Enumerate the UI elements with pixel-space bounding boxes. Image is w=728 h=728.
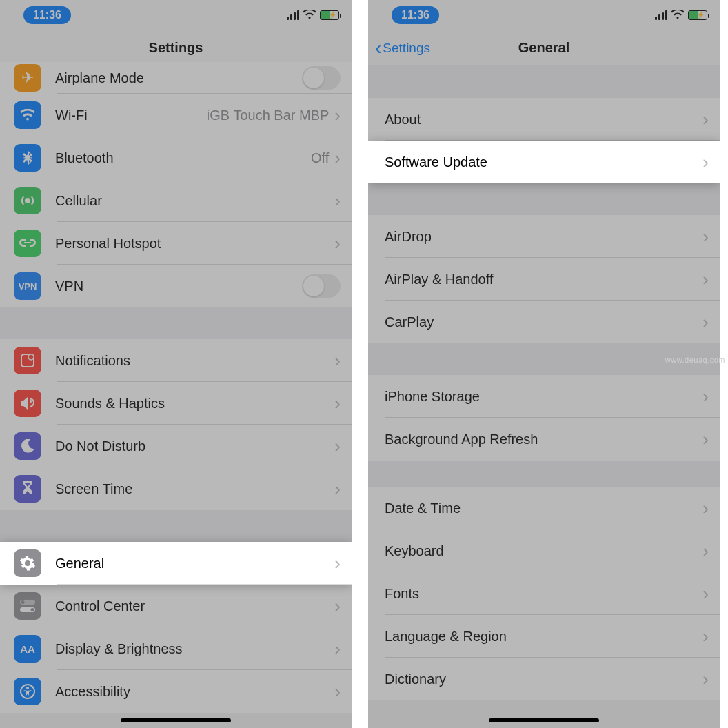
row-screen-time[interactable]: Screen Time › [0, 467, 352, 510]
row-label: Dictionary [385, 671, 702, 687]
hourglass-icon [14, 475, 41, 503]
chevron-right-icon: › [702, 542, 709, 560]
row-fonts[interactable]: Fonts › [368, 572, 720, 615]
nav-bar: Settings [0, 30, 352, 66]
group-separator [0, 510, 352, 542]
row-do-not-disturb[interactable]: Do Not Disturb › [0, 425, 352, 467]
row-keyboard[interactable]: Keyboard › [368, 529, 720, 572]
chevron-right-icon: › [334, 234, 341, 252]
svg-point-1 [28, 354, 34, 360]
cellular-icon [14, 187, 41, 214]
row-label: Personal Hotspot [55, 236, 334, 252]
row-airdrop[interactable]: AirDrop › [368, 215, 720, 258]
row-label: Airplane Mode [55, 70, 302, 86]
row-accessibility[interactable]: Accessibility › [0, 670, 352, 713]
cellular-signal-icon [287, 10, 299, 20]
settings-screen: 11:36 ⚡ Settings ✈ Airplane Mode Wi-Fi i… [0, 0, 352, 728]
bluetooth-icon: ⌖ [14, 144, 41, 172]
status-time-pill: 11:36 [392, 6, 439, 24]
svg-point-3 [21, 600, 25, 604]
airplane-toggle[interactable] [302, 66, 341, 90]
row-label: Software Update [385, 154, 702, 170]
row-label: VPN [55, 279, 302, 294]
chevron-right-icon: › [334, 149, 341, 167]
group-separator [368, 461, 720, 487]
row-detail: iGB Touch Bar MBP [207, 108, 329, 123]
settings-list: ✈ Airplane Mode Wi-Fi iGB Touch Bar MBP … [0, 62, 352, 728]
row-display-brightness[interactable]: AA Display & Brightness › [0, 627, 352, 670]
chevron-right-icon: › [702, 110, 709, 128]
row-general[interactable]: General › [0, 542, 352, 585]
row-label: Cellular [55, 193, 334, 209]
row-sounds-haptics[interactable]: Sounds & Haptics › [0, 382, 352, 425]
row-software-update[interactable]: Software Update › [368, 141, 720, 183]
row-airplay-handoff[interactable]: AirPlay & Handoff › [368, 258, 720, 301]
row-label: Wi-Fi [55, 108, 207, 123]
row-notifications[interactable]: Notifications › [0, 339, 352, 382]
text-size-icon: AA [14, 635, 41, 663]
home-indicator[interactable] [121, 718, 231, 722]
svg-point-5 [31, 608, 34, 611]
row-detail: Off [311, 150, 329, 166]
row-label: Sounds & Haptics [55, 396, 334, 412]
home-indicator[interactable] [489, 718, 599, 722]
chevron-right-icon: › [702, 499, 709, 517]
row-control-center[interactable]: Control Center › [0, 585, 352, 627]
row-airplane-mode[interactable]: ✈ Airplane Mode [0, 62, 352, 94]
row-label: AirDrop [385, 229, 702, 245]
row-label: Bluetooth [55, 150, 311, 166]
row-label: CarPlay [385, 314, 702, 330]
chevron-right-icon: › [334, 106, 341, 124]
chevron-right-icon: › [334, 640, 341, 658]
status-right: ⚡ [655, 10, 707, 21]
chevron-right-icon: › [702, 153, 709, 171]
back-button[interactable]: ‹ Settings [375, 30, 430, 65]
status-bar: 11:36 ⚡ [0, 0, 352, 30]
chevron-right-icon: › [334, 480, 341, 498]
watermark: www.deuaq.com [665, 356, 725, 364]
chevron-right-icon: › [702, 430, 709, 448]
row-vpn[interactable]: VPN VPN [0, 265, 352, 307]
back-label: Settings [383, 41, 430, 56]
svg-point-7 [26, 687, 29, 689]
row-bluetooth[interactable]: ⌖ Bluetooth Off › [0, 136, 352, 179]
chevron-right-icon: › [702, 313, 709, 331]
group-separator [368, 66, 720, 98]
chevron-right-icon: › [702, 270, 709, 288]
row-cellular[interactable]: Cellular › [0, 179, 352, 222]
row-label: Keyboard [385, 543, 702, 559]
gear-icon [14, 549, 41, 577]
battery-icon: ⚡ [320, 10, 339, 20]
row-carplay[interactable]: CarPlay › [368, 301, 720, 343]
general-screen: 11:36 ⚡ ‹ Settings General About › Softw… [368, 0, 720, 728]
chevron-right-icon: › [334, 554, 341, 572]
row-label: Language & Region [385, 629, 702, 645]
row-about[interactable]: About › [368, 98, 720, 141]
group-separator [368, 183, 720, 215]
row-label: Date & Time [385, 501, 702, 516]
row-label: Background App Refresh [385, 432, 702, 447]
vpn-toggle[interactable] [302, 274, 341, 298]
row-personal-hotspot[interactable]: Personal Hotspot › [0, 222, 352, 265]
row-dictionary[interactable]: Dictionary › [368, 658, 720, 700]
accessibility-icon [14, 678, 41, 705]
wifi-icon [14, 101, 41, 129]
group-separator [0, 307, 352, 339]
row-date-time[interactable]: Date & Time › [368, 487, 720, 529]
chevron-right-icon: › [334, 192, 341, 210]
row-language-region[interactable]: Language & Region › [368, 615, 720, 658]
general-list: About › Software Update › AirDrop › AirP… [368, 66, 720, 728]
chevron-right-icon: › [702, 228, 709, 245]
hotspot-icon [14, 230, 41, 257]
battery-icon: ⚡ [688, 10, 707, 20]
row-label: General [55, 556, 334, 572]
row-background-app-refresh[interactable]: Background App Refresh › [368, 418, 720, 461]
notifications-icon [14, 347, 41, 374]
chevron-right-icon: › [702, 627, 709, 645]
row-label: Control Center [55, 598, 334, 614]
row-label: Screen Time [55, 481, 334, 497]
chevron-right-icon: › [334, 437, 341, 455]
vpn-icon: VPN [14, 272, 41, 300]
row-wifi[interactable]: Wi-Fi iGB Touch Bar MBP › [0, 94, 352, 136]
row-iphone-storage[interactable]: iPhone Storage › [368, 375, 720, 418]
